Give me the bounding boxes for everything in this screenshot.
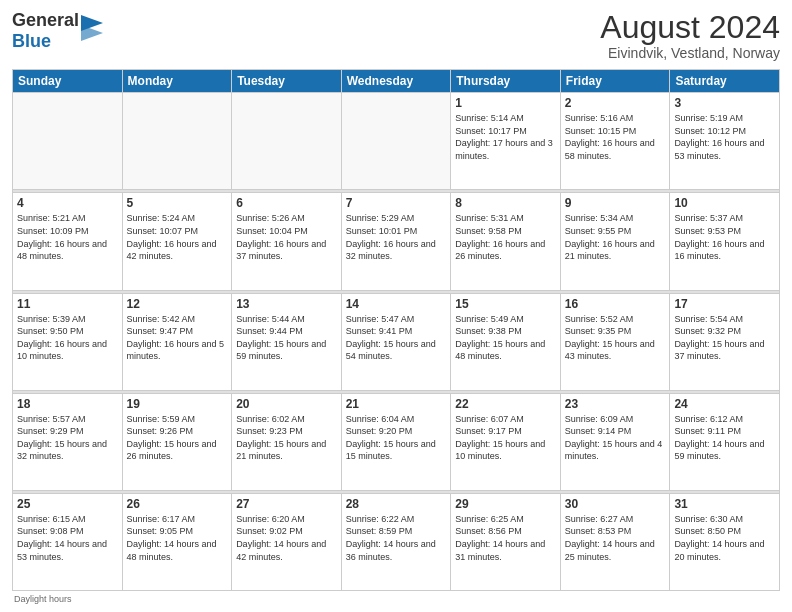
day-cell-w3-d6: 16Sunrise: 5:52 AMSunset: 9:35 PMDayligh… bbox=[560, 293, 670, 390]
day-info: Sunrise: 5:49 AMSunset: 9:38 PMDaylight:… bbox=[455, 313, 556, 363]
logo-icon bbox=[81, 15, 103, 43]
col-friday: Friday bbox=[560, 70, 670, 93]
day-info: Sunrise: 6:22 AMSunset: 8:59 PMDaylight:… bbox=[346, 513, 447, 563]
day-info: Sunrise: 5:16 AMSunset: 10:15 PMDaylight… bbox=[565, 112, 666, 162]
svg-marker-1 bbox=[81, 25, 103, 41]
day-number: 24 bbox=[674, 397, 775, 411]
calendar-table: Sunday Monday Tuesday Wednesday Thursday… bbox=[12, 69, 780, 591]
day-number: 31 bbox=[674, 497, 775, 511]
day-info: Sunrise: 5:57 AMSunset: 9:29 PMDaylight:… bbox=[17, 413, 118, 463]
day-cell-w2-d5: 8Sunrise: 5:31 AMSunset: 9:58 PMDaylight… bbox=[451, 193, 561, 290]
day-cell-w4-d2: 19Sunrise: 5:59 AMSunset: 9:26 PMDayligh… bbox=[122, 393, 232, 490]
logo-blue: Blue bbox=[12, 31, 79, 52]
day-cell-w5-d2: 26Sunrise: 6:17 AMSunset: 9:05 PMDayligh… bbox=[122, 493, 232, 590]
location: Eivindvik, Vestland, Norway bbox=[600, 45, 780, 61]
day-number: 19 bbox=[127, 397, 228, 411]
day-info: Sunrise: 5:44 AMSunset: 9:44 PMDaylight:… bbox=[236, 313, 337, 363]
day-number: 12 bbox=[127, 297, 228, 311]
col-tuesday: Tuesday bbox=[232, 70, 342, 93]
day-cell-w5-d3: 27Sunrise: 6:20 AMSunset: 9:02 PMDayligh… bbox=[232, 493, 342, 590]
day-info: Sunrise: 6:25 AMSunset: 8:56 PMDaylight:… bbox=[455, 513, 556, 563]
day-info: Sunrise: 5:19 AMSunset: 10:12 PMDaylight… bbox=[674, 112, 775, 162]
col-wednesday: Wednesday bbox=[341, 70, 451, 93]
day-info: Sunrise: 5:31 AMSunset: 9:58 PMDaylight:… bbox=[455, 212, 556, 262]
week-row-5: 25Sunrise: 6:15 AMSunset: 9:08 PMDayligh… bbox=[13, 493, 780, 590]
day-number: 17 bbox=[674, 297, 775, 311]
footer-note: Daylight hours bbox=[12, 594, 780, 604]
day-number: 21 bbox=[346, 397, 447, 411]
day-info: Sunrise: 6:02 AMSunset: 9:23 PMDaylight:… bbox=[236, 413, 337, 463]
day-number: 7 bbox=[346, 196, 447, 210]
day-cell-w4-d5: 22Sunrise: 6:07 AMSunset: 9:17 PMDayligh… bbox=[451, 393, 561, 490]
day-cell-w4-d4: 21Sunrise: 6:04 AMSunset: 9:20 PMDayligh… bbox=[341, 393, 451, 490]
day-number: 2 bbox=[565, 96, 666, 110]
main-container: General Blue August 2024 Eivindvik, Vest… bbox=[0, 0, 792, 612]
day-cell-w4-d1: 18Sunrise: 5:57 AMSunset: 9:29 PMDayligh… bbox=[13, 393, 123, 490]
day-cell-w4-d3: 20Sunrise: 6:02 AMSunset: 9:23 PMDayligh… bbox=[232, 393, 342, 490]
day-info: Sunrise: 6:09 AMSunset: 9:14 PMDaylight:… bbox=[565, 413, 666, 463]
day-cell-w3-d4: 14Sunrise: 5:47 AMSunset: 9:41 PMDayligh… bbox=[341, 293, 451, 390]
day-info: Sunrise: 5:47 AMSunset: 9:41 PMDaylight:… bbox=[346, 313, 447, 363]
day-number: 8 bbox=[455, 196, 556, 210]
day-cell-w3-d2: 12Sunrise: 5:42 AMSunset: 9:47 PMDayligh… bbox=[122, 293, 232, 390]
day-info: Sunrise: 5:21 AMSunset: 10:09 PMDaylight… bbox=[17, 212, 118, 262]
day-cell-w5-d1: 25Sunrise: 6:15 AMSunset: 9:08 PMDayligh… bbox=[13, 493, 123, 590]
day-number: 14 bbox=[346, 297, 447, 311]
day-info: Sunrise: 6:12 AMSunset: 9:11 PMDaylight:… bbox=[674, 413, 775, 463]
day-number: 25 bbox=[17, 497, 118, 511]
day-info: Sunrise: 5:24 AMSunset: 10:07 PMDaylight… bbox=[127, 212, 228, 262]
day-cell-w4-d7: 24Sunrise: 6:12 AMSunset: 9:11 PMDayligh… bbox=[670, 393, 780, 490]
day-info: Sunrise: 5:39 AMSunset: 9:50 PMDaylight:… bbox=[17, 313, 118, 363]
day-number: 29 bbox=[455, 497, 556, 511]
day-info: Sunrise: 5:14 AMSunset: 10:17 PMDaylight… bbox=[455, 112, 556, 162]
week-row-3: 11Sunrise: 5:39 AMSunset: 9:50 PMDayligh… bbox=[13, 293, 780, 390]
week-row-2: 4Sunrise: 5:21 AMSunset: 10:09 PMDayligh… bbox=[13, 193, 780, 290]
day-info: Sunrise: 5:34 AMSunset: 9:55 PMDaylight:… bbox=[565, 212, 666, 262]
day-cell-w1-d7: 3Sunrise: 5:19 AMSunset: 10:12 PMDayligh… bbox=[670, 93, 780, 190]
day-info: Sunrise: 6:27 AMSunset: 8:53 PMDaylight:… bbox=[565, 513, 666, 563]
day-cell-w5-d6: 30Sunrise: 6:27 AMSunset: 8:53 PMDayligh… bbox=[560, 493, 670, 590]
day-cell-w3-d7: 17Sunrise: 5:54 AMSunset: 9:32 PMDayligh… bbox=[670, 293, 780, 390]
day-cell-w1-d2 bbox=[122, 93, 232, 190]
week-row-4: 18Sunrise: 5:57 AMSunset: 9:29 PMDayligh… bbox=[13, 393, 780, 490]
calendar-header-row: Sunday Monday Tuesday Wednesday Thursday… bbox=[13, 70, 780, 93]
day-number: 4 bbox=[17, 196, 118, 210]
day-info: Sunrise: 6:20 AMSunset: 9:02 PMDaylight:… bbox=[236, 513, 337, 563]
day-cell-w3-d5: 15Sunrise: 5:49 AMSunset: 9:38 PMDayligh… bbox=[451, 293, 561, 390]
day-number: 13 bbox=[236, 297, 337, 311]
day-cell-w5-d7: 31Sunrise: 6:30 AMSunset: 8:50 PMDayligh… bbox=[670, 493, 780, 590]
day-info: Sunrise: 5:29 AMSunset: 10:01 PMDaylight… bbox=[346, 212, 447, 262]
day-number: 9 bbox=[565, 196, 666, 210]
day-cell-w5-d4: 28Sunrise: 6:22 AMSunset: 8:59 PMDayligh… bbox=[341, 493, 451, 590]
day-number: 1 bbox=[455, 96, 556, 110]
day-info: Sunrise: 6:15 AMSunset: 9:08 PMDaylight:… bbox=[17, 513, 118, 563]
day-cell-w1-d3 bbox=[232, 93, 342, 190]
day-info: Sunrise: 5:52 AMSunset: 9:35 PMDaylight:… bbox=[565, 313, 666, 363]
logo: General Blue bbox=[12, 10, 103, 52]
day-cell-w3-d3: 13Sunrise: 5:44 AMSunset: 9:44 PMDayligh… bbox=[232, 293, 342, 390]
day-cell-w4-d6: 23Sunrise: 6:09 AMSunset: 9:14 PMDayligh… bbox=[560, 393, 670, 490]
header: General Blue August 2024 Eivindvik, Vest… bbox=[12, 10, 780, 61]
title-section: August 2024 Eivindvik, Vestland, Norway bbox=[600, 10, 780, 61]
day-cell-w2-d4: 7Sunrise: 5:29 AMSunset: 10:01 PMDayligh… bbox=[341, 193, 451, 290]
day-info: Sunrise: 5:42 AMSunset: 9:47 PMDaylight:… bbox=[127, 313, 228, 363]
day-number: 15 bbox=[455, 297, 556, 311]
day-cell-w2-d2: 5Sunrise: 5:24 AMSunset: 10:07 PMDayligh… bbox=[122, 193, 232, 290]
col-saturday: Saturday bbox=[670, 70, 780, 93]
day-cell-w2-d6: 9Sunrise: 5:34 AMSunset: 9:55 PMDaylight… bbox=[560, 193, 670, 290]
day-number: 26 bbox=[127, 497, 228, 511]
day-number: 30 bbox=[565, 497, 666, 511]
day-number: 20 bbox=[236, 397, 337, 411]
day-info: Sunrise: 6:04 AMSunset: 9:20 PMDaylight:… bbox=[346, 413, 447, 463]
day-info: Sunrise: 5:54 AMSunset: 9:32 PMDaylight:… bbox=[674, 313, 775, 363]
day-info: Sunrise: 5:26 AMSunset: 10:04 PMDaylight… bbox=[236, 212, 337, 262]
day-info: Sunrise: 6:30 AMSunset: 8:50 PMDaylight:… bbox=[674, 513, 775, 563]
col-thursday: Thursday bbox=[451, 70, 561, 93]
day-number: 5 bbox=[127, 196, 228, 210]
day-number: 16 bbox=[565, 297, 666, 311]
day-number: 27 bbox=[236, 497, 337, 511]
day-info: Sunrise: 6:17 AMSunset: 9:05 PMDaylight:… bbox=[127, 513, 228, 563]
month-title: August 2024 bbox=[600, 10, 780, 45]
day-number: 28 bbox=[346, 497, 447, 511]
day-cell-w2-d1: 4Sunrise: 5:21 AMSunset: 10:09 PMDayligh… bbox=[13, 193, 123, 290]
